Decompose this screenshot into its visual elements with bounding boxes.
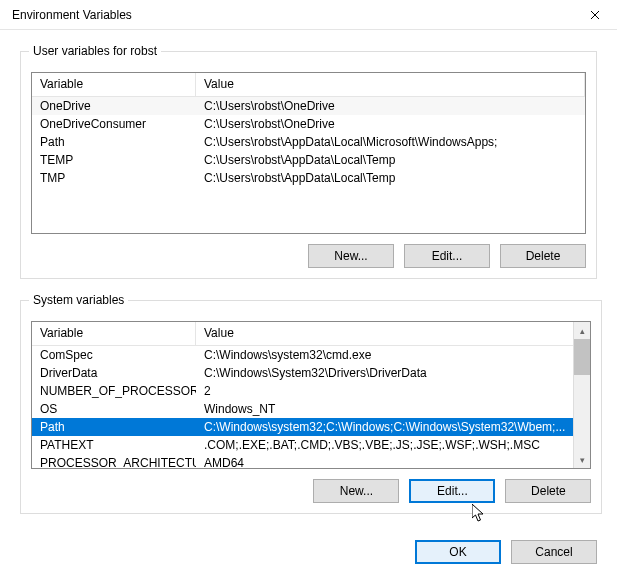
scroll-down-icon[interactable]: ▾ — [574, 451, 590, 468]
table-row[interactable]: Path C:\Users\robst\AppData\Local\Micros… — [32, 133, 585, 151]
system-table-header: Variable Value — [32, 322, 590, 346]
cell-variable: TMP — [32, 171, 196, 185]
table-row[interactable]: NUMBER_OF_PROCESSORS 2 — [32, 382, 573, 400]
cell-value: C:\Users\robst\OneDrive — [196, 99, 585, 113]
table-row[interactable]: TMP C:\Users\robst\AppData\Local\Temp — [32, 169, 585, 187]
cell-value: AMD64 — [196, 456, 573, 469]
close-icon — [590, 10, 600, 20]
system-header-value[interactable]: Value — [196, 322, 590, 345]
cell-variable: OneDriveConsumer — [32, 117, 196, 131]
table-row[interactable]: ComSpec C:\Windows\system32\cmd.exe — [32, 346, 573, 364]
scrollbar[interactable]: ▴ ▾ — [573, 322, 590, 468]
cell-variable: PATHEXT — [32, 438, 196, 452]
user-new-button[interactable]: New... — [308, 244, 394, 268]
cell-value: C:\Users\robst\OneDrive — [196, 117, 585, 131]
system-table-rows: ComSpec C:\Windows\system32\cmd.exe Driv… — [32, 346, 573, 469]
user-variables-group: User variables for robst Variable Value … — [20, 44, 597, 279]
titlebar: Environment Variables — [0, 0, 617, 30]
system-delete-button[interactable]: Delete — [505, 479, 591, 503]
dialog-buttons: OK Cancel — [0, 540, 617, 578]
cell-variable: Path — [32, 135, 196, 149]
user-variables-legend: User variables for robst — [29, 44, 161, 58]
dialog-content: User variables for robst Variable Value … — [0, 30, 617, 540]
table-row[interactable]: OneDriveConsumer C:\Users\robst\OneDrive — [32, 115, 585, 133]
table-row[interactable]: PROCESSOR_ARCHITECTURE AMD64 — [32, 454, 573, 469]
cell-value: C:\Windows\System32\Drivers\DriverData — [196, 366, 573, 380]
cell-value: C:\Windows\system32\cmd.exe — [196, 348, 573, 362]
user-table-header: Variable Value — [32, 73, 585, 97]
cell-value: C:\Users\robst\AppData\Local\Microsoft\W… — [196, 135, 585, 149]
user-edit-button[interactable]: Edit... — [404, 244, 490, 268]
cell-variable: OneDrive — [32, 99, 196, 113]
cell-variable: NUMBER_OF_PROCESSORS — [32, 384, 196, 398]
table-row[interactable]: DriverData C:\Windows\System32\Drivers\D… — [32, 364, 573, 382]
cell-variable: ComSpec — [32, 348, 196, 362]
system-variables-legend: System variables — [29, 293, 128, 307]
cell-value: .COM;.EXE;.BAT;.CMD;.VBS;.VBE;.JS;.JSE;.… — [196, 438, 573, 452]
table-row[interactable]: OneDrive C:\Users\robst\OneDrive — [32, 97, 585, 115]
cell-variable: TEMP — [32, 153, 196, 167]
cell-variable: Path — [32, 420, 196, 434]
system-header-variable[interactable]: Variable — [32, 322, 196, 345]
system-edit-button[interactable]: Edit... — [409, 479, 495, 503]
cell-value: 2 — [196, 384, 573, 398]
cell-value: C:\Windows\system32;C:\Windows;C:\Window… — [196, 420, 573, 434]
user-buttons: New... Edit... Delete — [31, 244, 586, 268]
system-buttons: New... Edit... Delete — [31, 479, 591, 503]
user-header-variable[interactable]: Variable — [32, 73, 196, 96]
cell-value: Windows_NT — [196, 402, 573, 416]
close-button[interactable] — [572, 0, 617, 30]
scroll-up-icon[interactable]: ▴ — [574, 322, 590, 339]
user-header-value[interactable]: Value — [196, 73, 585, 96]
table-row[interactable]: Path C:\Windows\system32;C:\Windows;C:\W… — [32, 418, 573, 436]
table-row[interactable]: OS Windows_NT — [32, 400, 573, 418]
system-variables-table[interactable]: Variable Value ComSpec C:\Windows\system… — [31, 321, 591, 469]
ok-button[interactable]: OK — [415, 540, 501, 564]
scroll-thumb[interactable] — [574, 339, 590, 375]
system-variables-group: System variables Variable Value ComSpec … — [20, 293, 602, 514]
user-delete-button[interactable]: Delete — [500, 244, 586, 268]
cell-variable: DriverData — [32, 366, 196, 380]
cancel-button[interactable]: Cancel — [511, 540, 597, 564]
table-row[interactable]: PATHEXT .COM;.EXE;.BAT;.CMD;.VBS;.VBE;.J… — [32, 436, 573, 454]
cell-value: C:\Users\robst\AppData\Local\Temp — [196, 171, 585, 185]
cell-variable: PROCESSOR_ARCHITECTURE — [32, 456, 196, 469]
cell-value: C:\Users\robst\AppData\Local\Temp — [196, 153, 585, 167]
window-title: Environment Variables — [12, 8, 132, 22]
cell-variable: OS — [32, 402, 196, 416]
user-variables-table[interactable]: Variable Value OneDrive C:\Users\robst\O… — [31, 72, 586, 234]
system-new-button[interactable]: New... — [313, 479, 399, 503]
table-row[interactable]: TEMP C:\Users\robst\AppData\Local\Temp — [32, 151, 585, 169]
user-table-rows: OneDrive C:\Users\robst\OneDrive OneDriv… — [32, 97, 585, 187]
